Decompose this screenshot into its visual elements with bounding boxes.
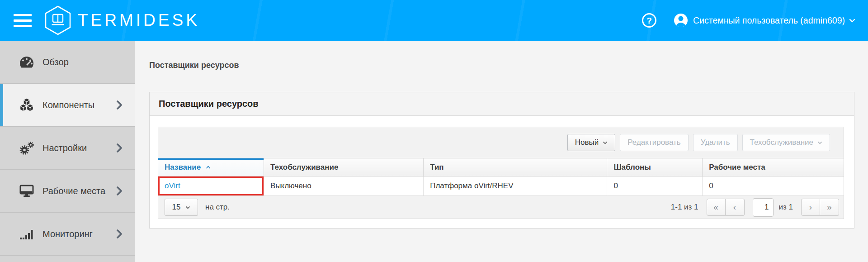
cell-type: Платформа oVirt/RHEV bbox=[424, 176, 607, 196]
provider-link[interactable]: oVirt bbox=[165, 181, 180, 190]
cell-workplaces: 0 bbox=[703, 176, 844, 196]
sidebar-item-settings[interactable]: Настройки bbox=[0, 127, 135, 170]
signal-chart-icon bbox=[18, 228, 35, 240]
user-menu[interactable]: Системный пользователь (admin609) bbox=[673, 13, 855, 28]
column-header-label: Название bbox=[165, 163, 201, 171]
hamburger-bar bbox=[14, 25, 32, 27]
chevron-down-icon bbox=[185, 206, 190, 209]
of-total-label: из 1 bbox=[779, 203, 793, 212]
column-header-name[interactable]: Название bbox=[158, 158, 264, 176]
column-header-label: Техобслуживание bbox=[270, 163, 339, 171]
dashboard-icon bbox=[18, 56, 35, 68]
svg-text:?: ? bbox=[646, 16, 652, 25]
delete-button: Удалить bbox=[693, 134, 738, 151]
table-panel: Новый Редактировать Удалить Техобслужива… bbox=[158, 127, 844, 219]
table-toolbar: Новый Редактировать Удалить Техобслужива… bbox=[158, 127, 844, 158]
sidebar-item-monitoring[interactable]: Мониторинг bbox=[0, 213, 135, 256]
chevron-right-icon bbox=[116, 186, 122, 196]
new-button-label: Новый bbox=[575, 138, 599, 147]
page-number-input[interactable] bbox=[753, 198, 774, 217]
cell-templates: 0 bbox=[607, 176, 703, 196]
user-name-label: Системный пользователь (admin609) bbox=[693, 15, 845, 26]
range-label: 1-1 из 1 bbox=[671, 203, 698, 212]
sidebar-item-components[interactable]: Компоненты bbox=[0, 84, 135, 127]
desktop-icon bbox=[18, 185, 35, 197]
sidebar-item-label: Компоненты bbox=[42, 100, 94, 110]
chevron-down-icon bbox=[817, 141, 822, 144]
resource-providers-card: Поставщики ресурсов Новый Редактировать bbox=[149, 92, 854, 229]
column-header-label: Рабочие места bbox=[709, 163, 765, 171]
hamburger-menu-icon[interactable] bbox=[14, 11, 32, 30]
hamburger-bar bbox=[14, 14, 32, 16]
sidebar-item-label: Рабочие места bbox=[42, 186, 105, 196]
edit-button-label: Редактировать bbox=[627, 138, 680, 147]
table-row[interactable]: oVirt Выключено Платформа oVirt/RHEV 0 0 bbox=[158, 176, 844, 196]
column-header-templates[interactable]: Шаблоны bbox=[607, 158, 703, 176]
paginator: 15 на стр. 1-1 из 1 « ‹ из 1 bbox=[158, 196, 844, 219]
hamburger-bar bbox=[14, 19, 32, 22]
providers-table: Название Техобслуживание Тип Шаблоны Раб… bbox=[158, 158, 844, 196]
paginator-right: 1-1 из 1 « ‹ из 1 › » bbox=[671, 198, 839, 217]
hexagon-logo-icon bbox=[44, 5, 71, 35]
top-bar: TERMIDESK ? Системный пользователь (admi bbox=[0, 0, 868, 41]
column-header-maintenance[interactable]: Техобслуживание bbox=[264, 158, 423, 176]
user-avatar-icon bbox=[673, 13, 689, 28]
sidebar-item-label: Обзор bbox=[42, 57, 69, 67]
paginator-back-group: « ‹ bbox=[707, 199, 745, 216]
new-button[interactable]: Новый bbox=[567, 134, 615, 151]
card-header: Поставщики ресурсов bbox=[150, 92, 854, 116]
column-header-type[interactable]: Тип bbox=[424, 158, 607, 176]
sidebar-item-overview[interactable]: Обзор bbox=[0, 41, 135, 84]
cell-maintenance: Выключено bbox=[264, 176, 423, 196]
first-page-button[interactable]: « bbox=[707, 199, 726, 216]
help-icon[interactable]: ? bbox=[642, 13, 657, 28]
card-title: Поставщики ресурсов bbox=[159, 99, 259, 109]
edit-button: Редактировать bbox=[620, 134, 688, 151]
sidebar-item-workplaces[interactable]: Рабочие места bbox=[0, 170, 135, 213]
column-header-label: Шаблоны bbox=[613, 163, 651, 171]
sort-asc-icon bbox=[205, 162, 211, 171]
last-page-button[interactable]: » bbox=[820, 199, 839, 216]
sidebar: Обзор Компоненты bbox=[0, 41, 135, 262]
main-content: Поставщики ресурсов Поставщики ресурсов … bbox=[135, 41, 868, 262]
cubes-icon bbox=[18, 98, 35, 112]
prev-page-button[interactable]: ‹ bbox=[726, 199, 745, 216]
maintenance-button-label: Техобслуживание bbox=[750, 138, 813, 147]
sidebar-item-label: Настройки bbox=[42, 143, 87, 153]
topbar-right: ? Системный пользователь (admin609) bbox=[642, 13, 855, 28]
breadcrumb: Поставщики ресурсов bbox=[149, 61, 239, 70]
brand-wordmark: TERMIDESK bbox=[78, 11, 200, 30]
next-page-button[interactable]: › bbox=[801, 199, 820, 216]
chevron-right-icon bbox=[116, 143, 122, 153]
sidebar-item-label: Мониторинг bbox=[42, 229, 93, 239]
chevron-right-icon bbox=[116, 229, 122, 239]
per-page-label: на стр. bbox=[205, 203, 230, 212]
delete-button-label: Удалить bbox=[701, 138, 730, 147]
termidesk-logo[interactable]: TERMIDESK bbox=[44, 5, 200, 35]
chevron-right-icon bbox=[116, 100, 122, 110]
maintenance-button: Техобслуживание bbox=[742, 134, 830, 151]
cell-name-highlighted: oVirt bbox=[158, 176, 264, 196]
chevron-down-icon bbox=[849, 19, 855, 23]
gears-icon bbox=[18, 141, 35, 155]
table-header-row: Название Техобслуживание Тип Шаблоны Раб… bbox=[158, 158, 844, 176]
active-indicator bbox=[0, 84, 3, 126]
paginator-forward-group: › » bbox=[801, 199, 839, 216]
column-header-workplaces[interactable]: Рабочие места bbox=[703, 158, 844, 176]
chevron-down-icon bbox=[603, 141, 608, 144]
page-size-value: 15 bbox=[172, 203, 181, 212]
column-header-label: Тип bbox=[430, 163, 443, 171]
page-size-select[interactable]: 15 bbox=[165, 199, 198, 216]
card-body: Новый Редактировать Удалить Техобслужива… bbox=[150, 116, 854, 219]
